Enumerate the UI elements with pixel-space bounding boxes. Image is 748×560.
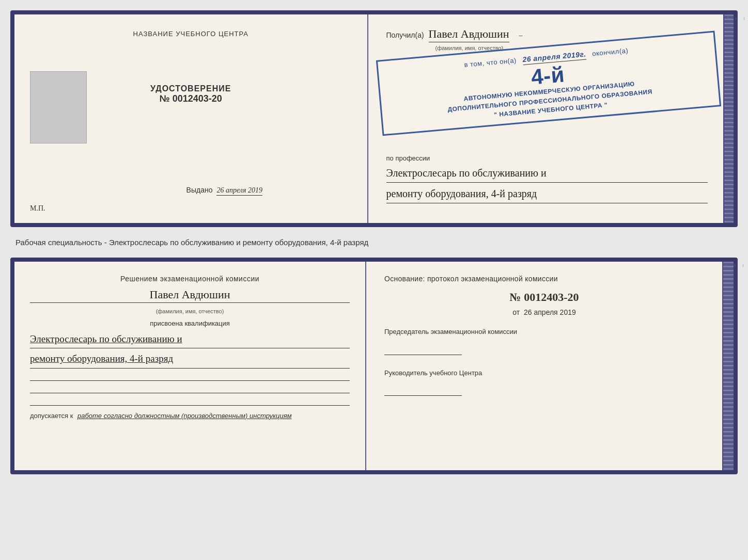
v-tom-prefix: в том, что он(а) xyxy=(464,56,517,69)
chairman-block: Председатель экзаменационной комиссии xyxy=(384,327,704,355)
chairman-title: Председатель экзаменационной комиссии xyxy=(384,327,704,337)
ot-date-block: от 26 апреля 2019 xyxy=(384,308,704,316)
qualification-line1: Электрослесарь по обслуживанию и xyxy=(30,331,350,348)
qualification-assigned-label: присвоена квалификация xyxy=(30,319,350,327)
issued-date: 26 апреля 2019 xyxy=(216,186,262,196)
cert-title: УДОСТОВЕРЕНИЕ xyxy=(150,84,231,93)
profession-label: по профессии xyxy=(386,154,708,162)
cert-number: № 0012403-20 xyxy=(150,93,231,104)
profession-line2: ремонту оборудования, 4-й разряд xyxy=(386,185,708,203)
commission-title: Решением экзаменационной комиссии xyxy=(30,275,350,283)
sig-line-1 xyxy=(30,372,350,381)
mp-label: М.П. xyxy=(30,204,45,213)
bottom-document: Решением экзаменационной комиссии Павел … xyxy=(10,258,738,474)
допускается-block: допускается к работе согласно должностны… xyxy=(30,412,350,420)
middle-specialty-text: Рабочая специальность - Электрослесарь п… xyxy=(10,235,738,249)
director-title: Руководитель учебного Центра xyxy=(384,368,704,378)
top-document: НАЗВАНИЕ УЧЕБНОГО ЦЕНТРА УДОСТОВЕРЕНИЕ №… xyxy=(10,10,738,227)
sig-line-3 xyxy=(30,396,350,406)
bottom-right-edge-strip: – – – – и а ‹– – – – – – xyxy=(722,262,734,470)
edge-labels: – – и а ‹– – – – – xyxy=(724,14,748,24)
допускается-text: работе согласно должностным (производств… xyxy=(77,412,292,420)
issued-label: Выдано xyxy=(186,186,213,194)
fio-label-bottom: (фамилия, имя, отчество) xyxy=(30,308,350,314)
bottom-edge-labels: – – – – и а ‹– – – – – – xyxy=(723,262,748,271)
top-right-panel: Получил(а) Павел Авдюшин – (фамилия, имя… xyxy=(368,14,724,223)
stamp-overlay: в том, что он(а) 26 апреля 2019г. окончи… xyxy=(376,31,721,136)
bottom-right-panel: Основание: протокол экзаменационной коми… xyxy=(366,262,722,470)
protocol-number: № 0012403-20 xyxy=(384,291,704,304)
director-block: Руководитель учебного Центра xyxy=(384,368,704,396)
ot-prefix: от xyxy=(512,308,520,316)
training-center-title: НАЗВАНИЕ УЧЕБНОГО ЦЕНТРА xyxy=(133,30,248,38)
sig-line-2 xyxy=(30,384,350,393)
photo-placeholder xyxy=(30,71,87,143)
received-label: Получил(а) xyxy=(386,31,424,39)
bottom-left-panel: Решением экзаменационной комиссии Павел … xyxy=(14,262,366,470)
completed-label: окончил(а) xyxy=(591,46,628,57)
director-sig-line xyxy=(384,386,462,396)
ot-date: 26 апреля 2019 xyxy=(524,308,576,316)
right-edge-strip: – – и а ‹– – – – – xyxy=(723,14,734,223)
chairman-sig-line xyxy=(384,345,462,355)
profession-line1: Электрослесарь по обслуживанию и xyxy=(386,165,708,183)
top-left-panel: НАЗВАНИЕ УЧЕБНОГО ЦЕНТРА УДОСТОВЕРЕНИЕ №… xyxy=(14,14,368,223)
osnov-title: Основание: протокол экзаменационной коми… xyxy=(384,275,704,283)
qualification-line2: ремонту оборудования, 4-й разряд xyxy=(30,351,350,368)
recipient-name: Павел Авдюшин xyxy=(429,27,509,42)
person-name-bottom: Павел Авдюшин xyxy=(30,288,350,303)
допускается-prefix: допускается к xyxy=(30,412,73,420)
cert-title-block: УДОСТОВЕРЕНИЕ № 0012403-20 xyxy=(150,84,231,104)
